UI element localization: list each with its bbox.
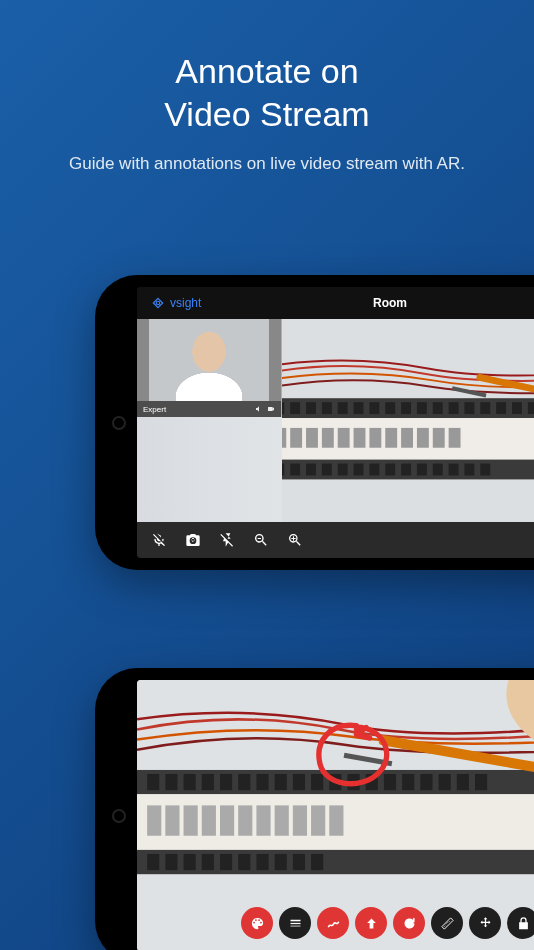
pip-thumbnail[interactable]: Expert bbox=[137, 319, 282, 417]
svg-rect-92 bbox=[238, 805, 252, 835]
svg-rect-84 bbox=[275, 854, 287, 870]
svg-rect-42 bbox=[322, 428, 334, 448]
mic-off-icon bbox=[151, 532, 167, 548]
lock-tool-button[interactable] bbox=[507, 907, 534, 939]
svg-rect-78 bbox=[165, 854, 177, 870]
svg-rect-34 bbox=[417, 464, 427, 476]
annotation-toolbar bbox=[241, 907, 534, 939]
svg-rect-88 bbox=[165, 805, 179, 835]
eye-icon bbox=[151, 296, 165, 310]
svg-rect-25 bbox=[282, 464, 284, 476]
arrow-tool-button[interactable] bbox=[355, 907, 387, 939]
svg-rect-32 bbox=[385, 464, 395, 476]
phone1-screen: vsight Room bbox=[137, 287, 534, 558]
app-header: vsight Room bbox=[137, 287, 534, 319]
zoom-out-button[interactable] bbox=[253, 532, 269, 548]
svg-rect-96 bbox=[311, 805, 325, 835]
svg-rect-6 bbox=[290, 402, 300, 414]
svg-rect-10 bbox=[354, 402, 364, 414]
lock-icon bbox=[516, 916, 531, 931]
svg-rect-17 bbox=[464, 402, 474, 414]
svg-rect-62 bbox=[220, 774, 232, 790]
expert-video bbox=[137, 319, 281, 401]
svg-rect-85 bbox=[293, 854, 305, 870]
svg-rect-39 bbox=[282, 428, 286, 448]
switch-camera-button[interactable] bbox=[185, 532, 201, 548]
svg-rect-80 bbox=[202, 854, 214, 870]
phone-mockup-1: vsight Room bbox=[95, 275, 534, 570]
circle-tool-button[interactable] bbox=[393, 907, 425, 939]
color-palette-button[interactable] bbox=[241, 907, 273, 939]
pip-role-label: Expert bbox=[143, 405, 166, 414]
svg-rect-9 bbox=[338, 402, 348, 414]
svg-rect-57 bbox=[137, 850, 534, 874]
svg-rect-26 bbox=[290, 464, 300, 476]
svg-rect-37 bbox=[464, 464, 474, 476]
arrow-up-icon bbox=[364, 916, 379, 931]
brand-logo: vsight bbox=[151, 296, 201, 310]
svg-rect-40 bbox=[290, 428, 302, 448]
svg-rect-21 bbox=[528, 402, 534, 414]
pip-info-bar: Expert bbox=[137, 401, 281, 417]
svg-rect-65 bbox=[275, 774, 287, 790]
svg-rect-35 bbox=[433, 464, 443, 476]
freehand-draw-button[interactable] bbox=[317, 907, 349, 939]
hero-title-line1: Annotate on bbox=[175, 52, 358, 90]
svg-rect-49 bbox=[433, 428, 445, 448]
svg-rect-76 bbox=[475, 774, 487, 790]
svg-rect-60 bbox=[184, 774, 196, 790]
svg-rect-66 bbox=[293, 774, 305, 790]
palette-icon bbox=[250, 916, 265, 931]
svg-rect-71 bbox=[384, 774, 396, 790]
room-title: Room bbox=[373, 296, 407, 310]
phone2-screen bbox=[137, 680, 534, 950]
flash-off-icon bbox=[219, 532, 235, 548]
flash-off-button[interactable] bbox=[219, 532, 235, 548]
svg-rect-95 bbox=[293, 805, 307, 835]
svg-rect-28 bbox=[322, 464, 332, 476]
call-toolbar: Leave AR+ bbox=[137, 522, 534, 558]
main-video-area[interactable]: Expert bbox=[137, 319, 534, 522]
svg-rect-46 bbox=[385, 428, 397, 448]
svg-rect-79 bbox=[184, 854, 196, 870]
svg-rect-90 bbox=[202, 805, 216, 835]
svg-point-0 bbox=[156, 301, 160, 305]
mic-muted-button[interactable] bbox=[151, 532, 167, 548]
svg-rect-31 bbox=[369, 464, 379, 476]
svg-rect-97 bbox=[329, 805, 343, 835]
svg-rect-15 bbox=[433, 402, 443, 414]
stroke-width-button[interactable] bbox=[279, 907, 311, 939]
svg-rect-102 bbox=[290, 922, 300, 923]
zoom-in-button[interactable] bbox=[287, 532, 303, 548]
svg-rect-20 bbox=[512, 402, 522, 414]
svg-rect-47 bbox=[401, 428, 413, 448]
svg-rect-58 bbox=[147, 774, 159, 790]
svg-rect-75 bbox=[457, 774, 469, 790]
move-tool-button[interactable] bbox=[469, 907, 501, 939]
svg-rect-77 bbox=[147, 854, 159, 870]
svg-rect-103 bbox=[290, 925, 300, 926]
svg-rect-16 bbox=[449, 402, 459, 414]
switch-camera-icon bbox=[185, 532, 201, 548]
svg-rect-101 bbox=[290, 919, 300, 921]
svg-rect-27 bbox=[306, 464, 316, 476]
speaker-icon bbox=[255, 405, 263, 413]
ruler-icon bbox=[440, 916, 455, 931]
svg-rect-36 bbox=[449, 464, 459, 476]
ruler-tool-button[interactable] bbox=[431, 907, 463, 939]
svg-rect-69 bbox=[347, 774, 359, 790]
svg-rect-5 bbox=[282, 402, 284, 414]
svg-rect-68 bbox=[329, 774, 341, 790]
svg-rect-86 bbox=[311, 854, 323, 870]
move-icon bbox=[478, 916, 493, 931]
scribble-icon bbox=[326, 916, 341, 931]
svg-rect-18 bbox=[480, 402, 490, 414]
phone-mockup-2 bbox=[95, 668, 534, 950]
svg-rect-63 bbox=[238, 774, 250, 790]
svg-rect-73 bbox=[420, 774, 432, 790]
svg-rect-87 bbox=[147, 805, 161, 835]
svg-rect-43 bbox=[338, 428, 350, 448]
svg-rect-38 bbox=[480, 464, 490, 476]
svg-rect-83 bbox=[256, 854, 268, 870]
svg-rect-72 bbox=[402, 774, 414, 790]
